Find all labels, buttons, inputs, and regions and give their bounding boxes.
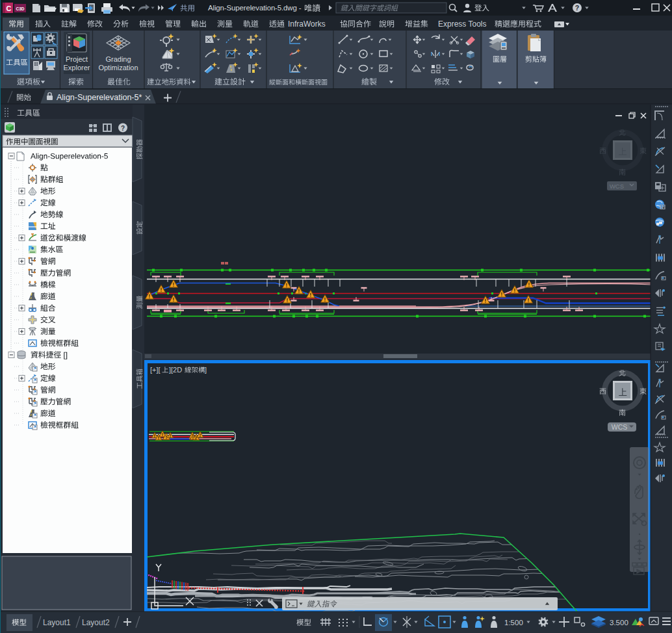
svg-text:1:500: 1:500 xyxy=(504,619,523,627)
svg-text:Align-Superelevation-5*: Align-Superelevation-5* xyxy=(57,93,142,102)
svg-text:C3D: C3D xyxy=(16,6,24,11)
svg-text:WCS: WCS xyxy=(610,183,624,190)
svg-text:Optimization: Optimization xyxy=(98,64,138,71)
svg-text:InfraWorks: InfraWorks xyxy=(288,19,326,29)
svg-text:][2D: ][2D xyxy=(169,366,182,374)
svg-text:C: C xyxy=(6,5,12,12)
svg-text:Explorer: Explorer xyxy=(64,64,90,71)
svg-text:Align-Superelevation-5.dwg -: Align-Superelevation-5.dwg - xyxy=(208,4,302,12)
svg-text:3.500: 3.500 xyxy=(610,619,628,627)
svg-text:[+][: [+][ xyxy=(150,366,161,374)
svg-text:Project: Project xyxy=(66,55,88,63)
svg-text:Grading: Grading xyxy=(105,55,131,63)
svg-text:Express Tools: Express Tools xyxy=(438,19,486,29)
svg-text:Layout1: Layout1 xyxy=(43,618,71,627)
svg-text:WCS: WCS xyxy=(612,423,628,431)
svg-text:?: ? xyxy=(121,125,125,132)
svg-text:?: ? xyxy=(575,4,579,12)
svg-text:]: ] xyxy=(205,366,207,374)
svg-text:Layout2: Layout2 xyxy=(82,618,110,627)
